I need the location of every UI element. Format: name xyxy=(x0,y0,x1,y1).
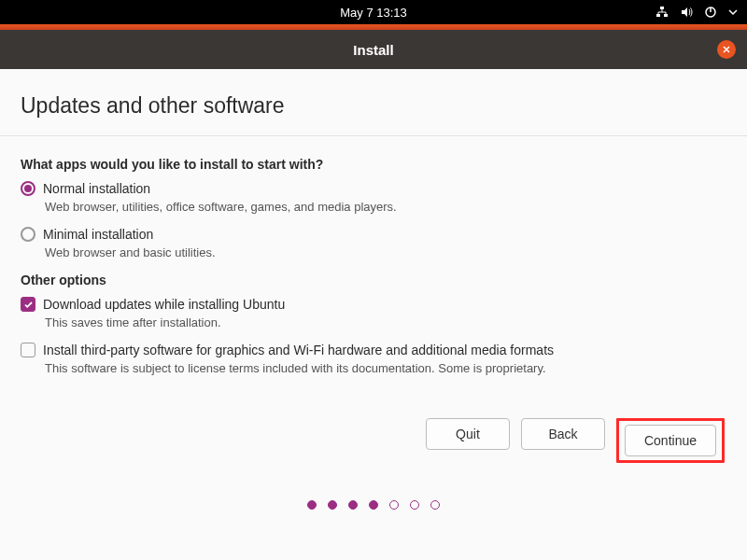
button-row: Quit Back Continue xyxy=(21,418,726,463)
thirdparty-option[interactable]: Install third-party software for graphic… xyxy=(21,343,726,357)
topbar-datetime: May 7 13:13 xyxy=(340,6,407,20)
normal-install-label: Normal installation xyxy=(43,181,150,196)
download-updates-label: Download updates while installing Ubuntu xyxy=(43,297,285,312)
normal-install-desc: Web browser, utilities, office software,… xyxy=(45,200,726,214)
power-icon[interactable] xyxy=(704,6,717,19)
checkbox-unchecked-icon[interactable] xyxy=(21,343,35,357)
system-topbar: May 7 13:13 xyxy=(0,0,747,24)
minimal-install-option[interactable]: Minimal installation xyxy=(21,227,726,242)
window-title: Install xyxy=(353,42,393,58)
radio-checked-icon[interactable] xyxy=(21,181,35,196)
continue-button[interactable]: Continue xyxy=(625,425,716,456)
progress-dot xyxy=(328,500,337,510)
progress-dot xyxy=(369,500,378,510)
progress-dot xyxy=(348,500,358,510)
checkbox-checked-icon[interactable] xyxy=(21,297,35,312)
network-icon[interactable] xyxy=(655,6,669,19)
progress-dot xyxy=(389,500,399,510)
progress-dot xyxy=(410,500,419,510)
apps-question: What apps would you like to install to s… xyxy=(21,157,726,172)
window-titlebar: Install xyxy=(0,30,747,69)
minimal-install-desc: Web browser and basic utilities. xyxy=(45,245,726,259)
minimal-install-label: Minimal installation xyxy=(43,227,153,242)
svg-rect-2 xyxy=(664,14,668,17)
quit-button[interactable]: Quit xyxy=(426,418,510,450)
back-button[interactable]: Back xyxy=(521,418,605,450)
other-options-heading: Other options xyxy=(21,273,726,287)
chevron-down-icon[interactable] xyxy=(728,7,738,17)
volume-icon[interactable] xyxy=(680,6,693,19)
page-title: Updates and other software xyxy=(21,93,726,119)
continue-highlight: Continue xyxy=(616,418,725,463)
topbar-status-icons[interactable] xyxy=(655,6,738,19)
svg-rect-0 xyxy=(660,7,664,9)
thirdparty-label: Install third-party software for graphic… xyxy=(43,343,554,357)
page-content: Updates and other software What apps wou… xyxy=(0,69,747,519)
progress-dot xyxy=(307,500,317,510)
download-updates-desc: This saves time after installation. xyxy=(45,315,726,329)
download-updates-option[interactable]: Download updates while installing Ubuntu xyxy=(21,297,726,312)
radio-unchecked-icon[interactable] xyxy=(21,227,35,242)
close-icon xyxy=(722,45,731,54)
close-button[interactable] xyxy=(717,40,736,59)
normal-install-option[interactable]: Normal installation xyxy=(21,181,726,196)
progress-indicator xyxy=(21,500,726,510)
svg-rect-1 xyxy=(656,14,660,17)
thirdparty-desc: This software is subject to license term… xyxy=(45,361,726,375)
progress-dot xyxy=(430,500,440,510)
divider xyxy=(0,135,747,136)
